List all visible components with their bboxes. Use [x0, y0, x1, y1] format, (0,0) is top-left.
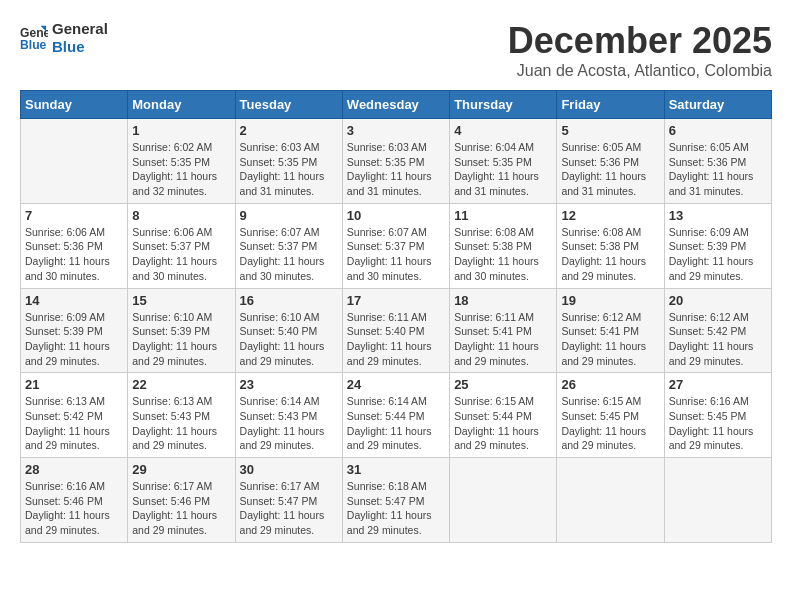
day-number: 7 — [25, 208, 123, 223]
subtitle: Juan de Acosta, Atlantico, Colombia — [508, 62, 772, 80]
day-number: 15 — [132, 293, 230, 308]
week-row-1: 1Sunrise: 6:02 AM Sunset: 5:35 PM Daylig… — [21, 119, 772, 204]
day-info: Sunrise: 6:06 AM Sunset: 5:36 PM Dayligh… — [25, 225, 123, 284]
calendar-cell: 16Sunrise: 6:10 AM Sunset: 5:40 PM Dayli… — [235, 288, 342, 373]
calendar-cell: 3Sunrise: 6:03 AM Sunset: 5:35 PM Daylig… — [342, 119, 449, 204]
day-info: Sunrise: 6:11 AM Sunset: 5:41 PM Dayligh… — [454, 310, 552, 369]
day-number: 20 — [669, 293, 767, 308]
day-info: Sunrise: 6:06 AM Sunset: 5:37 PM Dayligh… — [132, 225, 230, 284]
day-info: Sunrise: 6:13 AM Sunset: 5:43 PM Dayligh… — [132, 394, 230, 453]
calendar-cell: 30Sunrise: 6:17 AM Sunset: 5:47 PM Dayli… — [235, 458, 342, 543]
day-number: 23 — [240, 377, 338, 392]
day-info: Sunrise: 6:09 AM Sunset: 5:39 PM Dayligh… — [669, 225, 767, 284]
calendar-cell: 14Sunrise: 6:09 AM Sunset: 5:39 PM Dayli… — [21, 288, 128, 373]
day-number: 8 — [132, 208, 230, 223]
page-header: General Blue General Blue December 2025 … — [20, 20, 772, 80]
calendar-cell: 13Sunrise: 6:09 AM Sunset: 5:39 PM Dayli… — [664, 203, 771, 288]
calendar-cell: 20Sunrise: 6:12 AM Sunset: 5:42 PM Dayli… — [664, 288, 771, 373]
day-number: 11 — [454, 208, 552, 223]
calendar-cell: 11Sunrise: 6:08 AM Sunset: 5:38 PM Dayli… — [450, 203, 557, 288]
logo: General Blue General Blue — [20, 20, 108, 56]
day-number: 24 — [347, 377, 445, 392]
day-number: 21 — [25, 377, 123, 392]
day-number: 4 — [454, 123, 552, 138]
calendar-cell: 26Sunrise: 6:15 AM Sunset: 5:45 PM Dayli… — [557, 373, 664, 458]
day-number: 17 — [347, 293, 445, 308]
logo-icon: General Blue — [20, 24, 48, 52]
week-row-3: 14Sunrise: 6:09 AM Sunset: 5:39 PM Dayli… — [21, 288, 772, 373]
day-info: Sunrise: 6:08 AM Sunset: 5:38 PM Dayligh… — [561, 225, 659, 284]
calendar-cell: 1Sunrise: 6:02 AM Sunset: 5:35 PM Daylig… — [128, 119, 235, 204]
day-number: 30 — [240, 462, 338, 477]
day-info: Sunrise: 6:17 AM Sunset: 5:47 PM Dayligh… — [240, 479, 338, 538]
week-row-2: 7Sunrise: 6:06 AM Sunset: 5:36 PM Daylig… — [21, 203, 772, 288]
logo-line2: Blue — [52, 38, 108, 56]
day-info: Sunrise: 6:05 AM Sunset: 5:36 PM Dayligh… — [669, 140, 767, 199]
day-info: Sunrise: 6:12 AM Sunset: 5:42 PM Dayligh… — [669, 310, 767, 369]
day-number: 31 — [347, 462, 445, 477]
day-info: Sunrise: 6:14 AM Sunset: 5:44 PM Dayligh… — [347, 394, 445, 453]
calendar-cell: 12Sunrise: 6:08 AM Sunset: 5:38 PM Dayli… — [557, 203, 664, 288]
day-number: 9 — [240, 208, 338, 223]
calendar-cell: 4Sunrise: 6:04 AM Sunset: 5:35 PM Daylig… — [450, 119, 557, 204]
day-info: Sunrise: 6:07 AM Sunset: 5:37 PM Dayligh… — [347, 225, 445, 284]
header-cell-monday: Monday — [128, 91, 235, 119]
calendar-cell: 28Sunrise: 6:16 AM Sunset: 5:46 PM Dayli… — [21, 458, 128, 543]
week-row-4: 21Sunrise: 6:13 AM Sunset: 5:42 PM Dayli… — [21, 373, 772, 458]
day-number: 28 — [25, 462, 123, 477]
day-info: Sunrise: 6:16 AM Sunset: 5:46 PM Dayligh… — [25, 479, 123, 538]
day-info: Sunrise: 6:15 AM Sunset: 5:45 PM Dayligh… — [561, 394, 659, 453]
calendar-cell: 25Sunrise: 6:15 AM Sunset: 5:44 PM Dayli… — [450, 373, 557, 458]
header-cell-sunday: Sunday — [21, 91, 128, 119]
calendar-cell: 10Sunrise: 6:07 AM Sunset: 5:37 PM Dayli… — [342, 203, 449, 288]
day-number: 26 — [561, 377, 659, 392]
calendar-cell: 31Sunrise: 6:18 AM Sunset: 5:47 PM Dayli… — [342, 458, 449, 543]
day-info: Sunrise: 6:16 AM Sunset: 5:45 PM Dayligh… — [669, 394, 767, 453]
calendar-cell: 22Sunrise: 6:13 AM Sunset: 5:43 PM Dayli… — [128, 373, 235, 458]
header-cell-thursday: Thursday — [450, 91, 557, 119]
calendar-cell: 19Sunrise: 6:12 AM Sunset: 5:41 PM Dayli… — [557, 288, 664, 373]
day-info: Sunrise: 6:13 AM Sunset: 5:42 PM Dayligh… — [25, 394, 123, 453]
day-number: 13 — [669, 208, 767, 223]
day-number: 25 — [454, 377, 552, 392]
calendar-cell: 2Sunrise: 6:03 AM Sunset: 5:35 PM Daylig… — [235, 119, 342, 204]
calendar-cell: 17Sunrise: 6:11 AM Sunset: 5:40 PM Dayli… — [342, 288, 449, 373]
day-info: Sunrise: 6:10 AM Sunset: 5:39 PM Dayligh… — [132, 310, 230, 369]
day-info: Sunrise: 6:18 AM Sunset: 5:47 PM Dayligh… — [347, 479, 445, 538]
calendar-cell: 29Sunrise: 6:17 AM Sunset: 5:46 PM Dayli… — [128, 458, 235, 543]
header-cell-saturday: Saturday — [664, 91, 771, 119]
day-number: 22 — [132, 377, 230, 392]
calendar-cell: 27Sunrise: 6:16 AM Sunset: 5:45 PM Dayli… — [664, 373, 771, 458]
week-row-5: 28Sunrise: 6:16 AM Sunset: 5:46 PM Dayli… — [21, 458, 772, 543]
day-info: Sunrise: 6:03 AM Sunset: 5:35 PM Dayligh… — [347, 140, 445, 199]
logo-line1: General — [52, 20, 108, 38]
day-number: 29 — [132, 462, 230, 477]
calendar-cell: 9Sunrise: 6:07 AM Sunset: 5:37 PM Daylig… — [235, 203, 342, 288]
svg-text:Blue: Blue — [20, 38, 47, 52]
day-info: Sunrise: 6:05 AM Sunset: 5:36 PM Dayligh… — [561, 140, 659, 199]
header-cell-tuesday: Tuesday — [235, 91, 342, 119]
day-info: Sunrise: 6:10 AM Sunset: 5:40 PM Dayligh… — [240, 310, 338, 369]
day-info: Sunrise: 6:08 AM Sunset: 5:38 PM Dayligh… — [454, 225, 552, 284]
day-info: Sunrise: 6:09 AM Sunset: 5:39 PM Dayligh… — [25, 310, 123, 369]
day-info: Sunrise: 6:17 AM Sunset: 5:46 PM Dayligh… — [132, 479, 230, 538]
day-info: Sunrise: 6:15 AM Sunset: 5:44 PM Dayligh… — [454, 394, 552, 453]
calendar-cell — [21, 119, 128, 204]
calendar-cell: 23Sunrise: 6:14 AM Sunset: 5:43 PM Dayli… — [235, 373, 342, 458]
calendar-cell: 21Sunrise: 6:13 AM Sunset: 5:42 PM Dayli… — [21, 373, 128, 458]
day-number: 14 — [25, 293, 123, 308]
day-number: 2 — [240, 123, 338, 138]
calendar-cell: 18Sunrise: 6:11 AM Sunset: 5:41 PM Dayli… — [450, 288, 557, 373]
day-info: Sunrise: 6:04 AM Sunset: 5:35 PM Dayligh… — [454, 140, 552, 199]
main-title: December 2025 — [508, 20, 772, 62]
day-number: 18 — [454, 293, 552, 308]
calendar-cell: 15Sunrise: 6:10 AM Sunset: 5:39 PM Dayli… — [128, 288, 235, 373]
header-cell-wednesday: Wednesday — [342, 91, 449, 119]
day-info: Sunrise: 6:14 AM Sunset: 5:43 PM Dayligh… — [240, 394, 338, 453]
day-number: 19 — [561, 293, 659, 308]
calendar-cell: 8Sunrise: 6:06 AM Sunset: 5:37 PM Daylig… — [128, 203, 235, 288]
day-number: 10 — [347, 208, 445, 223]
day-info: Sunrise: 6:02 AM Sunset: 5:35 PM Dayligh… — [132, 140, 230, 199]
calendar-table: SundayMondayTuesdayWednesdayThursdayFrid… — [20, 90, 772, 543]
day-info: Sunrise: 6:03 AM Sunset: 5:35 PM Dayligh… — [240, 140, 338, 199]
